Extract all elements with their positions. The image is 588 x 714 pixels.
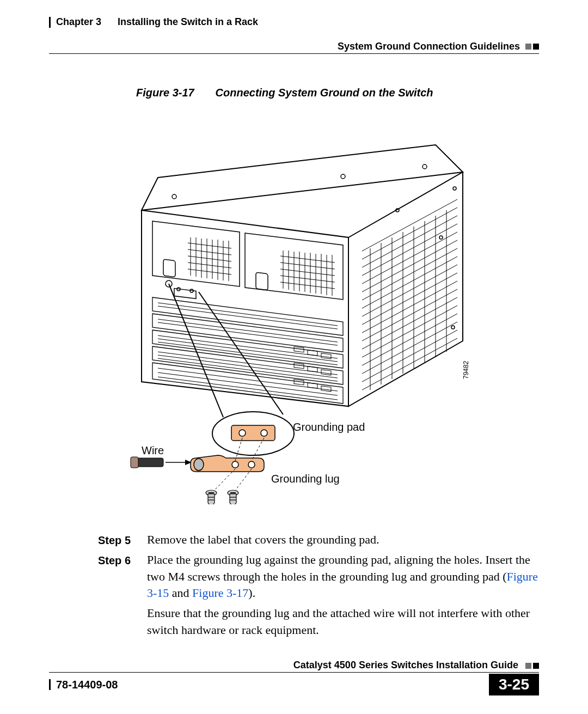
svg-rect-67 [131, 457, 138, 468]
header-squares-icon [525, 44, 539, 50]
svg-point-70 [232, 461, 238, 468]
wire-label: Wire [142, 444, 164, 456]
figure-number: Figure 3-17 [136, 87, 212, 99]
chapter-title: Installing the Switch in a Rack [118, 16, 258, 28]
step-6-note: x Ensure that the grounding lug and the … [98, 605, 539, 639]
svg-marker-2 [348, 172, 463, 406]
svg-point-71 [248, 461, 255, 468]
header-rule-icon [49, 17, 51, 28]
step-6-label: Step 6 [98, 552, 147, 602]
step-5: Step 5 Remove the label that covers the … [98, 532, 539, 548]
step-6-text: Place the grounding lug against the grou… [147, 552, 539, 602]
grounding-pad-label: Grounding pad [293, 421, 365, 433]
svg-rect-63 [231, 425, 275, 441]
art-id-label: 79482 [462, 361, 470, 379]
chapter-number: Chapter 3 [56, 16, 101, 28]
step-5-text: Remove the label that covers the groundi… [147, 532, 539, 548]
chapter-heading: Chapter 3 Installing the Switch in a Rac… [49, 16, 258, 28]
footer-squares-icon [525, 663, 539, 669]
footer-rule-icon [49, 679, 51, 690]
grounding-lug-label: Grounding lug [271, 473, 340, 485]
header-rule [49, 53, 539, 54]
switch-grounding-diagram: 79482 Grounding pad Wire Grounding lug [114, 112, 474, 504]
step-list: Step 5 Remove the label that covers the … [98, 532, 539, 639]
doc-number: 78-14409-08 [56, 679, 118, 691]
svg-line-76 [233, 469, 252, 493]
svg-line-75 [211, 469, 235, 493]
figure-caption: Figure 3-17 Connecting System Ground on … [136, 87, 539, 99]
page-footer: Catalyst 4500 Series Switches Installati… [49, 660, 539, 695]
svg-point-64 [239, 430, 246, 436]
svg-rect-66 [136, 458, 163, 467]
page-header: Chapter 3 Installing the Switch in a Rac… [49, 16, 539, 28]
page-number: 3-25 [489, 674, 539, 695]
step-6: Step 6 Place the grounding lug against t… [98, 552, 539, 602]
guide-title: Catalyst 4500 Series Switches Installati… [293, 660, 518, 670]
section-title: System Ground Connection Guidelines [338, 41, 520, 52]
step-5-label: Step 5 [98, 532, 147, 548]
svg-point-72 [194, 459, 204, 471]
step-6-note-text: Ensure that the grounding lug and the at… [147, 605, 539, 639]
svg-point-65 [261, 430, 267, 436]
figure-title-text: Connecting System Ground on the Switch [216, 87, 433, 99]
figure-3-17-link[interactable]: Figure 3-17 [192, 586, 248, 600]
